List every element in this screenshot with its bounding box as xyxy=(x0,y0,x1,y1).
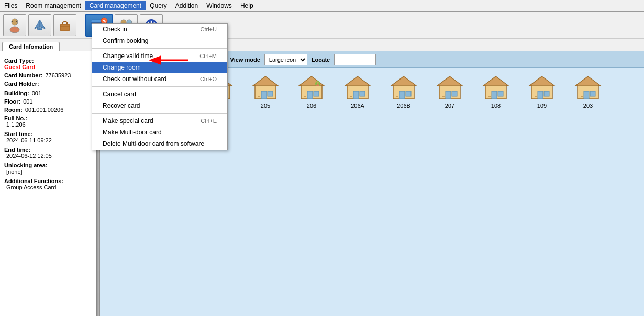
room-icon xyxy=(434,74,465,101)
svg-point-46 xyxy=(316,84,319,86)
full-no-label: Full No.: xyxy=(4,115,92,121)
card-number-value: 77635923 xyxy=(45,72,71,78)
menu-delete-multi-door[interactable]: Delete Multi-door card from software xyxy=(92,138,227,150)
svg-point-4 xyxy=(12,21,13,22)
svg-point-45 xyxy=(317,82,319,84)
menu-addition[interactable]: Addition xyxy=(171,1,202,10)
plane-button[interactable] xyxy=(28,14,51,36)
svg-rect-51 xyxy=(360,91,365,96)
room-icon xyxy=(250,74,281,101)
room-icon xyxy=(342,74,373,101)
room-item[interactable]: 205 xyxy=(245,74,286,109)
menu-make-multi-door[interactable]: Make Multi-door card xyxy=(92,127,227,138)
menu-help[interactable]: Help xyxy=(236,1,258,10)
menu-recover-card[interactable]: Recover card xyxy=(92,100,227,111)
menu-confirm-booking[interactable]: Confirm booking xyxy=(92,35,227,47)
card-management-dropdown: Check in Ctrl+U Confirm booking Change v… xyxy=(92,23,228,150)
end-time-label: End time: xyxy=(4,146,92,153)
svg-rect-60 xyxy=(446,91,451,99)
left-panel: Card Type: Guest Card Card Number: 77635… xyxy=(0,51,97,316)
room-icon xyxy=(388,74,419,101)
room-label: 206A xyxy=(351,103,364,109)
menu-change-valid-time[interactable]: Change valid time Ctrl+M xyxy=(92,50,227,62)
unlocking-area-label: Unlocking area: xyxy=(4,162,92,168)
svg-rect-70 xyxy=(538,91,543,99)
svg-point-3 xyxy=(10,27,19,33)
menu-query[interactable]: Query xyxy=(146,1,171,10)
room-label: Room: xyxy=(4,107,23,113)
person-button[interactable] xyxy=(3,14,26,36)
room-icon xyxy=(296,74,327,101)
menu-card-mgmt[interactable]: Card management xyxy=(85,1,146,10)
room-item[interactable]: 109 xyxy=(521,74,563,109)
full-no-value: 1.1.206 xyxy=(6,121,92,128)
card-type-label: Card Type: xyxy=(4,58,92,64)
svg-point-5 xyxy=(16,21,17,22)
house-svg xyxy=(390,75,417,100)
additional-value: Group Access Card xyxy=(6,184,92,190)
menu-check-in[interactable]: Check in Ctrl+U xyxy=(92,24,227,35)
room-item[interactable]: 207 xyxy=(429,74,471,109)
room-item[interactable]: 203 xyxy=(567,74,609,109)
room-label: 207 xyxy=(445,103,454,109)
svg-marker-58 xyxy=(437,76,462,86)
bag-icon xyxy=(57,17,73,33)
room-item[interactable]: 108 xyxy=(475,74,517,109)
menu-sep-3 xyxy=(92,113,227,114)
room-label: 205 xyxy=(261,103,270,109)
room-label: 203 xyxy=(583,103,593,109)
svg-rect-43 xyxy=(314,91,319,96)
card-holder-label: Card Holder: xyxy=(4,81,92,87)
svg-rect-66 xyxy=(498,91,503,96)
room-label: 109 xyxy=(537,103,547,109)
menu-change-room[interactable]: Change room xyxy=(92,62,227,73)
house-svg xyxy=(528,75,556,100)
menu-checkout-without-card[interactable]: Check out without card Ctrl+O xyxy=(92,73,227,85)
menu-room-mgmt[interactable]: Room management xyxy=(21,1,85,10)
house-svg xyxy=(252,75,279,100)
start-time-value: 2024-06-11 09:22 xyxy=(6,137,92,143)
room-value: 001.001.00206 xyxy=(25,107,63,113)
svg-rect-61 xyxy=(452,91,457,96)
svg-rect-38 xyxy=(268,91,273,96)
svg-marker-73 xyxy=(575,76,601,86)
menu-sep-2 xyxy=(92,86,227,87)
locate-input[interactable] xyxy=(334,54,376,65)
menu-cancel-card[interactable]: Cancel card xyxy=(92,88,227,100)
additional-label: Additional Functions: xyxy=(4,178,92,184)
svg-marker-68 xyxy=(529,76,554,86)
menu-sep-1 xyxy=(92,48,227,49)
view-mode-select[interactable]: Large icon Small icon List xyxy=(264,54,307,65)
svg-rect-7 xyxy=(60,24,70,31)
svg-rect-42 xyxy=(307,91,313,99)
svg-rect-50 xyxy=(353,91,359,99)
svg-marker-63 xyxy=(483,76,508,86)
menu-windows[interactable]: Windows xyxy=(202,1,236,10)
start-time-label: Start time: xyxy=(4,131,92,137)
svg-point-2 xyxy=(12,19,18,25)
toolbar-sep xyxy=(81,15,81,35)
room-icon xyxy=(480,74,512,101)
room-label: 206 xyxy=(307,103,316,109)
house-svg xyxy=(574,75,602,100)
svg-rect-55 xyxy=(399,91,405,99)
svg-rect-75 xyxy=(584,91,589,99)
person-icon xyxy=(7,17,23,33)
floor-value: 001 xyxy=(23,98,32,105)
room-item[interactable]: 206B xyxy=(383,74,425,109)
house-svg xyxy=(298,75,325,100)
svg-rect-56 xyxy=(406,91,411,96)
menu-files[interactable]: Files xyxy=(0,1,21,10)
room-item[interactable]: 206A xyxy=(337,74,379,109)
tab-card-information[interactable]: Card Infomation xyxy=(2,42,60,51)
room-item[interactable]: 206 xyxy=(291,74,332,109)
card-number-label: Card Number: xyxy=(4,72,42,78)
house-svg xyxy=(344,75,371,100)
building-label: Building: xyxy=(4,90,29,96)
svg-marker-35 xyxy=(253,76,278,86)
plane-icon xyxy=(32,17,48,33)
bag-button[interactable] xyxy=(53,14,76,36)
locate-label: Locate xyxy=(312,57,330,63)
room-label: 108 xyxy=(491,103,501,109)
menu-make-special-card[interactable]: Make special card Ctrl+E xyxy=(92,115,227,127)
